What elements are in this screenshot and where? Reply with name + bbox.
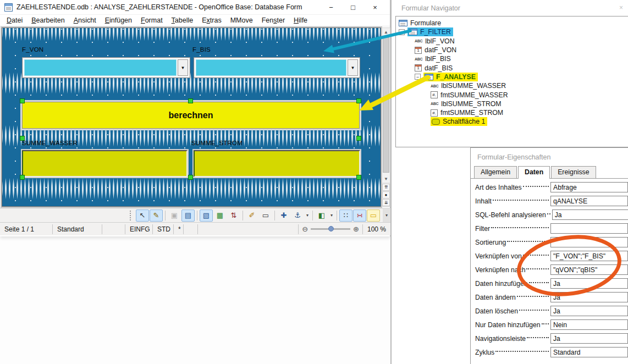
property-row-filter: Filter (471, 222, 628, 235)
form-design-canvas[interactable]: F_VON ▼ F_BIS ▼ berechnen SUMME_WASSER S… (2, 27, 381, 207)
collapse-icon[interactable]: − (399, 29, 405, 35)
scrollbar-thumb[interactable] (383, 37, 389, 173)
tree-item-lblsumme-strom[interactable]: ABC lblSUMME_STROM (396, 100, 628, 108)
tree-item-datf-bis[interactable]: 1 datF_BIS (396, 63, 628, 72)
next-page-icon[interactable]: ⇊ (382, 199, 390, 206)
selection-handle[interactable] (188, 98, 193, 103)
anchor-icon[interactable]: ⚓ (291, 209, 304, 222)
menu-tabelle[interactable]: Tabelle (167, 15, 198, 25)
zoom-percentage[interactable]: 100 % (362, 224, 390, 234)
tree-item-lblsumme-wasser[interactable]: ABC lblSUMME_WASSER (396, 81, 628, 90)
menu-extras[interactable]: Extras (197, 15, 225, 25)
titlebar[interactable]: ZAEHLESTAENDE.odb : ANALYSE_ZAEHLERSTAEN… (0, 0, 390, 15)
sql-befehl-analysieren-field[interactable]: Ja (552, 209, 628, 220)
activation-order-icon[interactable]: ⇅ (227, 209, 240, 222)
filter-field[interactable] (550, 223, 628, 234)
daten-loeschen-field[interactable]: Ja (550, 306, 628, 316)
snap-to-grid-icon[interactable]: ∺ (353, 209, 366, 222)
label-control-icon: ABC (415, 57, 422, 61)
toolbar-overflow-icon[interactable]: ▾ (383, 209, 390, 222)
selection-mode[interactable]: STD (153, 224, 174, 234)
tree-item-f-filter[interactable]: − F_FILTER (396, 27, 628, 36)
selection-handle[interactable] (188, 175, 193, 180)
scroll-up-icon[interactable]: ▲ (382, 28, 390, 36)
tree-item-fmtsumme-strom[interactable]: #. fmtSUMME_STROM (396, 108, 628, 117)
form-navigator-icon[interactable]: ▤ (181, 209, 195, 222)
field-summe-strom[interactable] (194, 150, 360, 177)
daten-aendern-field[interactable]: Ja (550, 292, 628, 302)
menu-bearbeiten[interactable]: Bearbeiten (27, 15, 69, 25)
zoom-slider-track[interactable] (311, 228, 350, 230)
navigationsleiste-field[interactable]: Ja (550, 333, 628, 344)
berechnen-button[interactable]: berechnen (22, 102, 360, 129)
art-des-inhaltes-field[interactable]: Abfrage (550, 182, 628, 192)
select-tool-icon[interactable]: ↖ (136, 209, 149, 222)
tree-item-formulare[interactable]: Formulare (396, 19, 628, 27)
anchor-dropdown-icon[interactable]: ▾ (305, 213, 310, 218)
tree-item-lblf-bis[interactable]: ABC lblF_BIS (396, 54, 628, 63)
tab-ereignisse[interactable]: Ereignisse (551, 166, 596, 178)
selection-handle[interactable] (20, 136, 25, 141)
alignment-icon[interactable]: ◧ (315, 209, 328, 222)
close-button[interactable]: × (371, 3, 379, 12)
zoom-slider[interactable]: ⊖ ⊕ (298, 224, 362, 234)
selection-handle[interactable] (356, 175, 361, 180)
selection-handle[interactable] (356, 136, 361, 141)
helplines-icon[interactable]: ▭ (367, 209, 380, 222)
tree-item-lblf-von[interactable]: ABC lblF_VON (396, 37, 628, 46)
combo-f-von[interactable]: ▼ (22, 57, 190, 78)
scroll-down-icon[interactable]: ▼ (382, 175, 390, 183)
combo-f-von-dropdown-icon[interactable]: ▼ (178, 59, 188, 76)
selection-handle[interactable] (356, 98, 361, 103)
table-control-icon[interactable]: ▦ (213, 209, 227, 222)
collapse-icon[interactable]: − (415, 74, 421, 80)
selection-handle[interactable] (20, 98, 25, 103)
alignment-dropdown-icon[interactable]: ▾ (329, 213, 334, 218)
tree-item-schaltflaeche-1[interactable]: Schaltfläche 1 (396, 117, 628, 126)
form-navigator-close-icon[interactable]: × (619, 4, 623, 12)
menu-ansicht[interactable]: Ansicht (69, 15, 101, 25)
selection-handle[interactable] (20, 175, 25, 180)
zoom-in-icon[interactable]: ⊕ (353, 225, 359, 233)
tree-item-fmtsumme-wasser[interactable]: #. fmtSUMME_WASSER (396, 90, 628, 99)
display-grid-icon[interactable]: ∷ (339, 209, 352, 222)
tree-item-f-analyse[interactable]: − F_ANALYSE (396, 73, 628, 81)
label-f-von: F_VON (22, 46, 43, 53)
toolbar-drag-handle[interactable] (130, 211, 133, 220)
open-in-design-mode-icon[interactable]: ✐ (245, 209, 258, 222)
tab-allgemein[interactable]: Allgemein (474, 166, 517, 178)
scrollbar-track[interactable] (382, 36, 390, 175)
textbox-tool-icon[interactable]: ▭ (259, 209, 272, 222)
inhalt-field[interactable]: qANALYSE (550, 196, 628, 206)
combo-f-bis[interactable]: ▼ (194, 57, 360, 78)
maximize-button[interactable]: □ (349, 3, 357, 12)
sortierung-field[interactable] (550, 237, 628, 247)
menu-mmove[interactable]: MMove (226, 15, 257, 25)
nur-daten-hinzufuegen-field[interactable]: Nein (550, 319, 628, 330)
zoom-out-icon[interactable]: ⊖ (302, 225, 308, 233)
menu-datei[interactable]: Datei (2, 15, 27, 25)
tree-item-datf-von[interactable]: 1 datF_VON (396, 46, 628, 54)
navigation-dot-icon[interactable]: ● (382, 191, 390, 198)
field-summe-wasser[interactable] (22, 150, 188, 177)
previous-page-icon[interactable]: ⇈ (382, 184, 390, 191)
statusbar: Seite 1 / 1 Standard EINFG STD * ⊖ ⊕ 100… (0, 222, 390, 235)
page-style[interactable]: Standard (53, 224, 102, 234)
zoom-slider-thumb[interactable] (328, 226, 334, 231)
vertical-scrollbar[interactable]: ▲ ▼ ⇈ ● ⇊ (382, 27, 390, 207)
menu-hilfe[interactable]: Hilfe (289, 15, 312, 25)
insert-mode[interactable]: EINFG (125, 224, 153, 234)
verknuepfen-nach-field[interactable]: "qVON";"qBIS" (550, 264, 628, 275)
position-size-icon[interactable]: ✚ (277, 209, 290, 222)
menu-format[interactable]: Format (136, 15, 167, 25)
design-mode-icon[interactable]: ✎ (150, 209, 163, 222)
verknuepfen-von-field[interactable]: "F_VON";"F_BIS" (550, 251, 628, 261)
daten-hinzufuegen-field[interactable]: Ja (550, 278, 628, 289)
menu-fenster[interactable]: Fenster (257, 15, 289, 25)
minimize-button[interactable]: − (327, 3, 335, 12)
menu-einfuegen[interactable]: Einfügen (101, 15, 136, 25)
tab-daten[interactable]: Daten (518, 166, 550, 179)
combo-f-bis-dropdown-icon[interactable]: ▼ (348, 59, 358, 76)
form-properties-icon[interactable]: ▧ (200, 209, 213, 222)
zyklus-field[interactable]: Standard (550, 347, 628, 357)
